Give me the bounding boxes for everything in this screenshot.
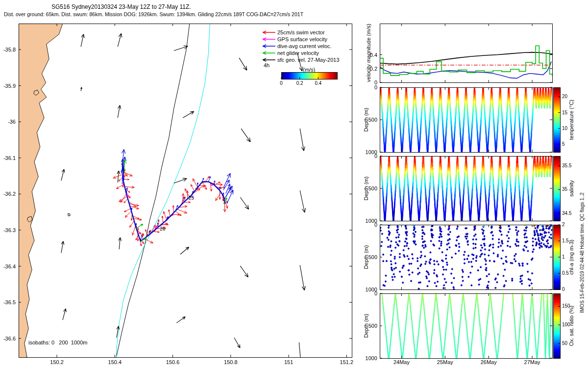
- map-ytick-label: -36.4: [3, 263, 16, 269]
- depth-axis-label: Depth (m): [364, 314, 369, 338]
- colorbar-axis-label: temperature (°C): [569, 100, 574, 140]
- colorbar-tick-label: 20: [562, 94, 567, 99]
- time-tick-label: 27May: [524, 360, 540, 365]
- depth-tick-label: 0: [374, 85, 377, 90]
- depth-axis-label: Depth (m): [364, 108, 369, 132]
- map-xtick-label: 150.2: [50, 360, 64, 365]
- legend-colorbar-tick: 0: [280, 81, 283, 86]
- legend-item-label: dive-avg current veloc.: [277, 44, 332, 49]
- time-tick-label: 24May: [393, 360, 410, 365]
- legend-colorbar-tick: 0.4: [315, 81, 321, 86]
- isobaths-label: isobaths: 0 200 1000m: [28, 340, 87, 345]
- depth-tick-label: 500: [368, 117, 377, 123]
- colorbar-axis-label: salinity: [569, 180, 574, 197]
- legend-item-label: net glider velocity: [277, 51, 319, 56]
- legend-units-label: (m/s): [303, 67, 315, 73]
- imos-caption: IMOS 15-Feb-2019 02:44:48 Hobart time. Q…: [580, 192, 585, 313]
- colorbar-tick-label: 1: [562, 255, 565, 260]
- legend-item-label: GPS surface velocity: [277, 37, 327, 42]
- map-xtick-label: 150.4: [108, 360, 122, 365]
- velocity-ytick-label: 0.4: [370, 52, 377, 57]
- velocity-ytick-label: 0.2: [370, 66, 377, 71]
- colorbar-tick-label: 35: [562, 187, 567, 192]
- map-ytick-label: -35.8: [3, 47, 16, 52]
- colorbar-tick-label: 34.5: [562, 211, 571, 216]
- colorbar-axis-label: chl-a (mg m-3): [569, 239, 574, 275]
- depth-tick-label: 0: [374, 291, 377, 296]
- map-xtick-label: 150.6: [166, 360, 180, 365]
- depth-tick-label: 0: [374, 222, 377, 228]
- depth-tick-label: 1000: [366, 356, 377, 361]
- map-ytick-label: -36.1: [3, 155, 16, 160]
- map-ytick-label: -36.5: [3, 300, 16, 305]
- time-tick-label: 26May: [481, 360, 497, 365]
- legend-colorbar-tick: 0.2: [296, 81, 303, 86]
- depth-axis-label: Depth (m): [364, 245, 369, 269]
- legend-scale-label: 4h: [264, 62, 270, 68]
- depth-tick-label: 500: [368, 323, 377, 329]
- map-xtick-label: 151: [284, 360, 293, 365]
- map-ytick-label: -36.2: [3, 191, 16, 197]
- track-day-annotation: 26: [160, 227, 165, 232]
- depth-tick-label: 500: [368, 186, 377, 191]
- legend-item-label: sfc geo. vel. 27-May-2013: [277, 57, 340, 63]
- map-xtick-label: 150.8: [224, 360, 238, 365]
- depth-tick-label: 500: [368, 255, 377, 260]
- map-xtick-label: 151.2: [340, 360, 354, 365]
- track-day-annotation: 25: [189, 196, 194, 201]
- time-tick-label: 25May: [437, 360, 453, 365]
- map-ytick-label: -36.6: [3, 336, 16, 341]
- map-ytick-label: -36.3: [3, 227, 16, 233]
- colorbar-tick-label: 15: [562, 110, 567, 115]
- colorbar-axis-label: Ox. sat. ratio (%): [569, 306, 574, 346]
- depth-axis-label: Depth (m): [364, 177, 369, 201]
- figure-title-line1: SG516 Sydney20130324 23-May 12Z to 27-Ma…: [51, 3, 191, 10]
- colorbar-tick-label: 5: [562, 142, 565, 147]
- map-ytick-label: -36: [8, 119, 16, 125]
- colorbar-tick-label: 2: [562, 222, 565, 227]
- seaglider-mission-figure: SG516 Sydney20130324 23-May 12Z to 27-Ma…: [0, 0, 588, 368]
- figure-title-line2: Dist. over ground: 65km. Dist. swum: 86k…: [4, 11, 303, 17]
- colorbar-tick-label: 35.5: [562, 163, 571, 168]
- map-ytick-label: -35.9: [3, 83, 16, 88]
- depth-tick-label: 0: [374, 154, 377, 159]
- colorbar-tick-label: 10: [562, 126, 567, 131]
- colorbar-tick-label: 0: [562, 287, 565, 292]
- colorbar-tick-label: 50: [562, 341, 567, 346]
- legend-item-label: 25cm/s swim vector: [277, 30, 325, 35]
